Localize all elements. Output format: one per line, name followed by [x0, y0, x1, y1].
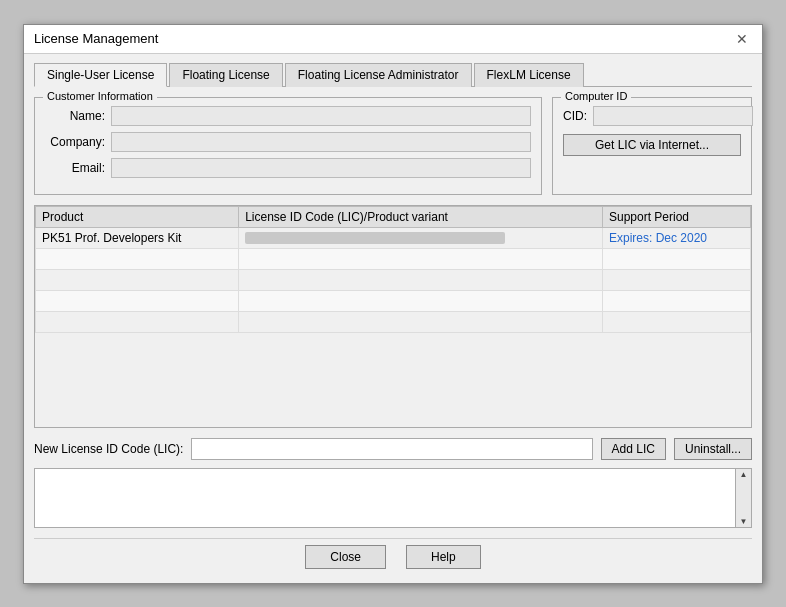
email-label: Email: [45, 161, 105, 175]
title-bar: License Management ✕ [24, 25, 762, 54]
cell-support: Expires: Dec 2020 [602, 227, 750, 248]
dialog-title: License Management [34, 31, 158, 46]
table-row-empty-3 [36, 290, 751, 311]
new-lic-label: New License ID Code (LIC): [34, 442, 183, 456]
computer-id-group: Computer ID CID: Get LIC via Internet... [552, 97, 752, 195]
tab-floating-license[interactable]: Floating License [169, 63, 282, 87]
tab-floating-license-administrator[interactable]: Floating License Administrator [285, 63, 472, 87]
license-table-container: Product License ID Code (LIC)/Product va… [34, 205, 752, 428]
table-row-empty-1 [36, 248, 751, 269]
customer-info-legend: Customer Information [43, 90, 157, 102]
scroll-down-icon[interactable]: ▼ [740, 517, 748, 526]
customer-info-group: Customer Information Name: Company: Emai… [34, 97, 542, 195]
table-row[interactable]: PK51 Prof. Developers Kit Expires: Dec 2… [36, 227, 751, 248]
cell-product: PK51 Prof. Developers Kit [36, 227, 239, 248]
license-management-dialog: License Management ✕ Single-User License… [23, 24, 763, 584]
cid-input[interactable] [593, 106, 753, 126]
license-table: Product License ID Code (LIC)/Product va… [35, 206, 751, 333]
tab-bar: Single-User License Floating License Flo… [34, 62, 752, 87]
company-label: Company: [45, 135, 105, 149]
computer-id-legend: Computer ID [561, 90, 631, 102]
new-lic-row: New License ID Code (LIC): Add LIC Unins… [34, 438, 752, 460]
cid-label: CID: [563, 109, 587, 123]
tab-single-user-license[interactable]: Single-User License [34, 63, 167, 87]
close-button[interactable]: Close [305, 545, 386, 569]
company-field-row: Company: [45, 132, 531, 152]
col-support: Support Period [602, 206, 750, 227]
new-lic-input[interactable] [191, 438, 592, 460]
bottom-buttons: Close Help [34, 538, 752, 573]
uninstall-button[interactable]: Uninstall... [674, 438, 752, 460]
col-lic: License ID Code (LIC)/Product variant [239, 206, 603, 227]
log-area: ▲ ▼ [34, 468, 752, 528]
table-row-empty-2 [36, 269, 751, 290]
name-input[interactable] [111, 106, 531, 126]
top-section: Customer Information Name: Company: Emai… [34, 97, 752, 195]
cid-row: CID: [563, 106, 741, 126]
tab-flexlm-license[interactable]: FlexLM License [474, 63, 584, 87]
dialog-body: Single-User License Floating License Flo… [24, 54, 762, 583]
add-lic-button[interactable]: Add LIC [601, 438, 666, 460]
company-input[interactable] [111, 132, 531, 152]
log-scrollbar[interactable]: ▲ ▼ [735, 469, 751, 527]
help-button[interactable]: Help [406, 545, 481, 569]
table-header-row: Product License ID Code (LIC)/Product va… [36, 206, 751, 227]
name-field-row: Name: [45, 106, 531, 126]
table-row-empty-4 [36, 311, 751, 332]
cell-lic [239, 227, 603, 248]
email-field-row: Email: [45, 158, 531, 178]
get-lic-button[interactable]: Get LIC via Internet... [563, 134, 741, 156]
scroll-up-icon[interactable]: ▲ [740, 470, 748, 479]
email-input[interactable] [111, 158, 531, 178]
name-label: Name: [45, 109, 105, 123]
col-product: Product [36, 206, 239, 227]
close-icon[interactable]: ✕ [732, 31, 752, 47]
lic-blurred [245, 232, 505, 244]
